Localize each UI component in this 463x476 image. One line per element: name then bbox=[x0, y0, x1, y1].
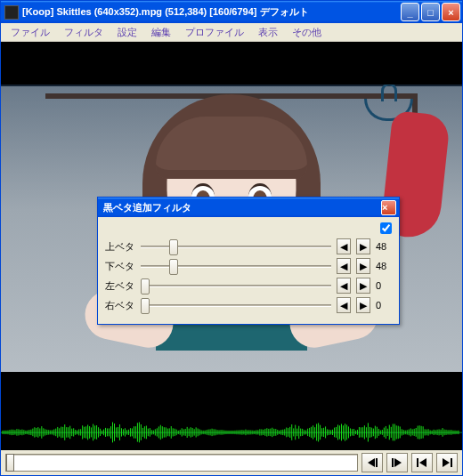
increment-left-button[interactable]: ▶ bbox=[356, 278, 370, 294]
dialog-title: 黒ベタ追加フィルタ bbox=[103, 201, 381, 214]
dialog-titlebar[interactable]: 黒ベタ追加フィルタ × bbox=[98, 198, 399, 217]
slider-left[interactable] bbox=[141, 277, 331, 294]
label-right: 右ベタ bbox=[105, 299, 135, 312]
label-top: 上ベタ bbox=[105, 240, 135, 254]
main-window: [Koop] Skittles (640x352).mpg (512,384) … bbox=[0, 0, 463, 476]
transport-bar bbox=[1, 450, 462, 475]
app-icon bbox=[4, 5, 19, 20]
increment-bottom-button[interactable]: ▶ bbox=[356, 258, 370, 274]
label-left: 左ベタ bbox=[105, 279, 135, 293]
maximize-icon: □ bbox=[427, 7, 434, 18]
svg-marker-259 bbox=[368, 458, 375, 467]
row-top-border: 上ベタ ◀ ▶ 48 bbox=[105, 237, 392, 256]
minimize-icon: _ bbox=[407, 7, 412, 18]
increment-top-button[interactable]: ▶ bbox=[356, 238, 370, 254]
step-forward-icon bbox=[391, 457, 403, 468]
triangle-right-icon: ▶ bbox=[360, 261, 367, 272]
triangle-left-icon: ◀ bbox=[340, 300, 347, 311]
step-back-button[interactable] bbox=[361, 453, 383, 472]
skip-start-icon bbox=[416, 457, 428, 468]
decrement-right-button[interactable]: ◀ bbox=[337, 297, 351, 313]
titlebar[interactable]: [Koop] Skittles (640x352).mpg (512,384) … bbox=[1, 1, 462, 23]
slider-right[interactable] bbox=[141, 296, 331, 314]
dialog-enable-checkbox[interactable] bbox=[380, 222, 392, 234]
minimize-button[interactable]: _ bbox=[401, 3, 419, 21]
close-button[interactable]: × bbox=[442, 3, 460, 21]
menu-view[interactable]: 表示 bbox=[252, 24, 284, 41]
svg-marker-264 bbox=[419, 458, 426, 467]
audio-waveform[interactable] bbox=[1, 415, 462, 450]
dialog-close-button[interactable]: × bbox=[381, 200, 396, 215]
menu-settings[interactable]: 設定 bbox=[111, 24, 143, 41]
row-bottom-border: 下ベタ ◀ ▶ 48 bbox=[105, 256, 392, 276]
slider-bottom[interactable] bbox=[141, 257, 331, 275]
menu-edit[interactable]: 編集 bbox=[145, 24, 177, 41]
value-right: 0 bbox=[376, 300, 392, 311]
close-icon: × bbox=[448, 7, 453, 18]
next-marker-button[interactable] bbox=[436, 453, 458, 472]
decrement-bottom-button[interactable]: ◀ bbox=[337, 258, 351, 274]
triangle-left-icon: ◀ bbox=[340, 241, 347, 253]
skip-end-icon bbox=[441, 457, 453, 468]
label-bottom: 下ベタ bbox=[105, 260, 135, 273]
menubar: ファイル フィルタ 設定 編集 プロファイル 表示 その他 bbox=[1, 23, 462, 42]
value-left: 0 bbox=[376, 280, 392, 291]
black-border-filter-dialog: 黒ベタ追加フィルタ × 上ベタ ◀ ▶ 48 下ベタ ◀ ▶ 48 bbox=[97, 197, 400, 325]
decrement-left-button[interactable]: ◀ bbox=[337, 278, 351, 294]
menu-other[interactable]: その他 bbox=[286, 24, 328, 41]
svg-rect-261 bbox=[392, 458, 394, 467]
step-back-icon bbox=[366, 457, 378, 468]
svg-rect-260 bbox=[376, 458, 378, 467]
video-preview[interactable]: 黒ベタ追加フィルタ × 上ベタ ◀ ▶ 48 下ベタ ◀ ▶ 48 bbox=[1, 42, 462, 415]
window-title: [Koop] Skittles (640x352).mpg (512,384) … bbox=[22, 5, 401, 19]
svg-marker-262 bbox=[394, 458, 402, 467]
triangle-right-icon: ▶ bbox=[360, 300, 367, 311]
value-bottom: 48 bbox=[376, 261, 392, 271]
slider-top[interactable] bbox=[141, 238, 331, 255]
triangle-left-icon: ◀ bbox=[340, 280, 347, 292]
menu-file[interactable]: ファイル bbox=[4, 24, 56, 41]
row-left-border: 左ベタ ◀ ▶ 0 bbox=[105, 276, 392, 295]
svg-rect-266 bbox=[451, 458, 452, 467]
triangle-left-icon: ◀ bbox=[340, 261, 347, 272]
svg-rect-263 bbox=[417, 458, 418, 467]
seek-slider[interactable] bbox=[5, 454, 358, 472]
menu-profile[interactable]: プロファイル bbox=[179, 24, 250, 41]
close-icon: × bbox=[382, 202, 395, 213]
waveform-graphic bbox=[1, 415, 462, 450]
decrement-top-button[interactable]: ◀ bbox=[337, 238, 351, 254]
menu-filter[interactable]: フィルタ bbox=[58, 24, 110, 41]
increment-right-button[interactable]: ▶ bbox=[356, 297, 370, 313]
svg-marker-265 bbox=[443, 458, 450, 467]
triangle-right-icon: ▶ bbox=[360, 280, 367, 292]
prev-marker-button[interactable] bbox=[411, 453, 433, 472]
step-forward-button[interactable] bbox=[386, 453, 408, 472]
triangle-right-icon: ▶ bbox=[360, 241, 367, 253]
maximize-button[interactable]: □ bbox=[421, 3, 440, 21]
row-right-border: 右ベタ ◀ ▶ 0 bbox=[105, 295, 392, 315]
value-top: 48 bbox=[376, 241, 392, 252]
